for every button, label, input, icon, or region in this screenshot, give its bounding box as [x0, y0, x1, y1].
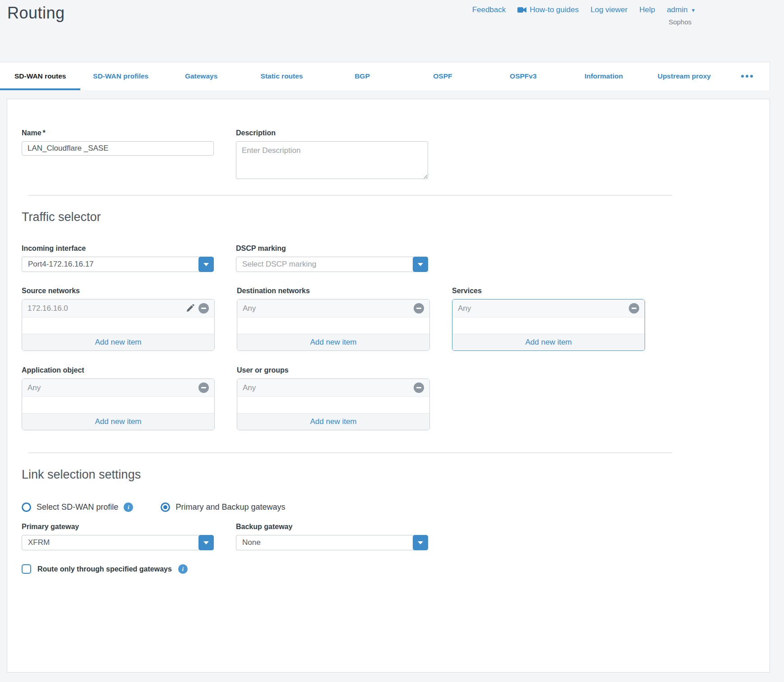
info-icon[interactable]: i: [178, 564, 188, 574]
page-header: Routing Feedback How-to guides Log viewe…: [0, 0, 784, 62]
add-new-item-button[interactable]: Add new item: [22, 413, 214, 430]
services-box: Any Add new item: [452, 299, 645, 351]
dscp-marking-select[interactable]: Select DSCP marking: [236, 257, 428, 272]
chevron-down-icon: ▾: [692, 7, 695, 14]
admin-label: admin: [667, 5, 687, 14]
list-item-value: Any: [28, 383, 41, 392]
list-item: 172.16.16.0: [22, 300, 214, 318]
video-camera-icon: [517, 7, 526, 13]
list-item: Any: [237, 379, 429, 397]
remove-item-icon[interactable]: [198, 382, 209, 393]
dropdown-arrow-icon[interactable]: [198, 257, 214, 272]
edit-pencil-icon[interactable]: [186, 304, 195, 313]
tab-bgp[interactable]: BGP: [322, 62, 402, 90]
tab-ospf[interactable]: OSPF: [402, 62, 483, 90]
gateways-row: Primary gateway XFRM Backup gateway None: [22, 523, 770, 550]
destination-networks-box: Any Add new item: [237, 299, 430, 351]
name-label: Name*: [22, 129, 214, 137]
backup-gateway-label: Backup gateway: [236, 523, 428, 531]
networks-row: Source networks 172.16.16.0 Add new item…: [22, 287, 770, 351]
radio-select-sdwan-profile[interactable]: Select SD-WAN profile i: [22, 502, 133, 512]
dropdown-arrow-icon[interactable]: [413, 535, 428, 550]
ellipsis-icon: [741, 75, 744, 78]
feedback-link[interactable]: Feedback: [472, 5, 506, 14]
howto-guides-link[interactable]: How-to guides: [517, 5, 579, 14]
backup-gateway-select[interactable]: None: [236, 535, 428, 550]
name-input[interactable]: [22, 141, 214, 156]
traffic-selector-heading: Traffic selector: [22, 210, 770, 224]
help-label: Help: [639, 5, 655, 14]
route-only-row: Route only through specified gateways i: [22, 564, 770, 574]
admin-menu[interactable]: admin ▾: [667, 5, 695, 14]
tab-upstream-proxy[interactable]: Upstream proxy: [644, 62, 724, 90]
source-networks-box: 172.16.16.0 Add new item: [22, 299, 215, 351]
name-description-row: Name* Description: [22, 129, 770, 181]
remove-item-icon[interactable]: [629, 303, 639, 313]
add-new-item-button[interactable]: Add new item: [237, 334, 429, 350]
list-item-value: Any: [458, 304, 471, 313]
ellipsis-icon: [746, 75, 748, 78]
required-asterisk: *: [43, 129, 46, 137]
link-selection-heading: Link selection settings: [22, 468, 770, 482]
add-new-item-button[interactable]: Add new item: [452, 334, 645, 350]
user-or-groups-box: Any Add new item: [237, 378, 430, 430]
add-new-item-button[interactable]: Add new item: [237, 413, 429, 430]
radio-primary-backup-gateways[interactable]: Primary and Backup gateways: [161, 502, 285, 512]
tab-static-routes[interactable]: Static routes: [241, 62, 322, 90]
log-viewer-label: Log viewer: [590, 5, 627, 14]
link-selection-radios: Select SD-WAN profile i Primary and Back…: [22, 502, 770, 512]
route-only-checkbox[interactable]: [22, 564, 31, 574]
services-label: Services: [452, 287, 645, 295]
add-new-item-button[interactable]: Add new item: [22, 334, 214, 350]
list-item-value: Any: [243, 383, 256, 392]
howto-guides-label: How-to guides: [530, 5, 579, 14]
list-item-value: Any: [243, 304, 256, 313]
application-object-label: Application object: [22, 366, 215, 374]
remove-item-icon[interactable]: [414, 303, 424, 313]
user-or-groups-label: User or groups: [237, 366, 430, 374]
section-divider: [28, 452, 672, 453]
radio-unselected-icon[interactable]: [22, 502, 31, 512]
sdwan-route-form-panel: Name* Description Traffic selector Incom…: [7, 99, 770, 673]
radio-label: Select SD-WAN profile: [37, 502, 118, 512]
dropdown-arrow-icon[interactable]: [413, 257, 428, 272]
ellipsis-icon: [750, 75, 753, 78]
routing-tabbar: SD-WAN routes SD-WAN profiles Gateways S…: [0, 62, 770, 90]
log-viewer-link[interactable]: Log viewer: [590, 5, 627, 14]
incoming-interface-value: Port4-172.16.16.17: [22, 257, 213, 272]
brand-text: Sophos: [669, 18, 692, 26]
section-divider: [28, 195, 672, 196]
dscp-marking-label: DSCP marking: [236, 244, 428, 253]
feedback-link-label: Feedback: [472, 5, 506, 14]
tab-sdwan-routes[interactable]: SD-WAN routes: [0, 62, 80, 90]
primary-gateway-select[interactable]: XFRM: [22, 535, 214, 550]
route-only-label: Route only through specified gateways: [37, 565, 172, 573]
remove-item-icon[interactable]: [414, 382, 424, 393]
info-icon[interactable]: i: [124, 502, 133, 512]
list-item: Any: [237, 300, 429, 318]
help-link[interactable]: Help: [639, 5, 655, 14]
description-textarea[interactable]: [236, 141, 428, 179]
radio-label: Primary and Backup gateways: [175, 502, 285, 512]
interface-dscp-row: Incoming interface Port4-172.16.16.17 DS…: [22, 244, 770, 272]
tab-ospfv3[interactable]: OSPFv3: [483, 62, 563, 90]
dropdown-arrow-icon[interactable]: [198, 535, 214, 550]
page-title: Routing: [7, 4, 65, 23]
header-links: Feedback How-to guides Log viewer Help a…: [472, 5, 695, 14]
remove-item-icon[interactable]: [198, 303, 209, 313]
radio-selected-icon[interactable]: [161, 502, 170, 512]
incoming-interface-label: Incoming interface: [22, 244, 214, 253]
list-item: Any: [452, 300, 645, 318]
source-networks-label: Source networks: [22, 287, 215, 295]
tab-sdwan-profiles[interactable]: SD-WAN profiles: [80, 62, 161, 90]
tab-information[interactable]: Information: [563, 62, 644, 90]
primary-gateway-label: Primary gateway: [22, 523, 214, 531]
description-label: Description: [236, 129, 428, 137]
incoming-interface-select[interactable]: Port4-172.16.16.17: [22, 257, 214, 272]
application-object-box: Any Add new item: [22, 378, 215, 430]
dscp-marking-placeholder: Select DSCP marking: [236, 257, 428, 272]
name-label-text: Name: [22, 129, 42, 137]
list-item-value: 172.16.16.0: [28, 304, 68, 313]
more-tabs-button[interactable]: [724, 62, 770, 90]
tab-gateways[interactable]: Gateways: [161, 62, 241, 90]
